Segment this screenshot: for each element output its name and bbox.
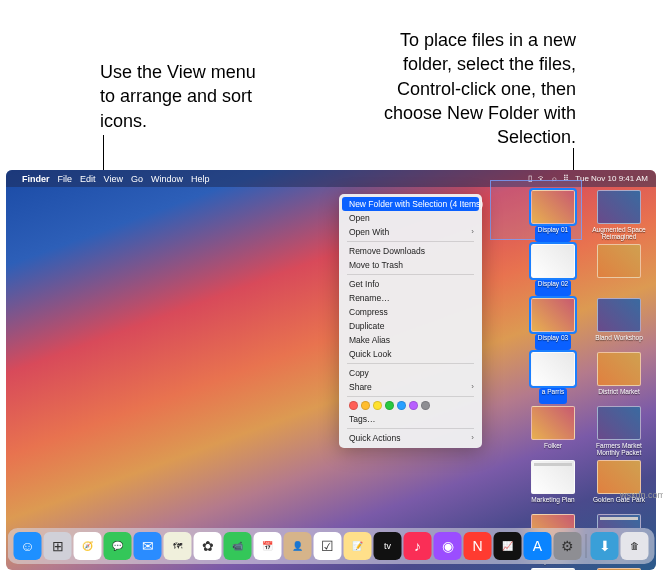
dock-news-icon[interactable]: N — [464, 532, 492, 560]
dock-preferences-icon[interactable]: ⚙ — [554, 532, 582, 560]
desktop-icon[interactable]: Marketing Plan — [522, 460, 584, 512]
status-datetime[interactable]: Tue Nov 10 9:41 AM — [575, 174, 648, 183]
desktop-icon[interactable]: Golden Gate Park — [588, 460, 650, 512]
chevron-right-icon: › — [471, 433, 474, 442]
cm-separator — [347, 274, 474, 275]
cm-copy[interactable]: Copy — [339, 366, 482, 380]
dock-reminders-icon[interactable]: ☑ — [314, 532, 342, 560]
menubar-app-name[interactable]: Finder — [22, 174, 50, 184]
desktop-icon[interactable]: Display 02 — [522, 244, 584, 296]
desktop-icon[interactable]: Light and Shadow — [588, 568, 650, 570]
tag-color-swatch[interactable] — [349, 401, 358, 410]
cm-tags[interactable]: Tags… — [339, 412, 482, 426]
cm-separator — [347, 241, 474, 242]
cm-quick-look[interactable]: Quick Look — [339, 347, 482, 361]
cm-separator — [347, 363, 474, 364]
desktop-icon[interactable]: Farmers Market Monthly Packet — [588, 406, 650, 458]
desktop-icon[interactable]: Folker — [522, 406, 584, 458]
desktop-icon-label: Bland Workshop — [595, 334, 643, 350]
file-thumbnail-icon — [597, 190, 641, 224]
file-thumbnail-icon — [597, 568, 641, 570]
dock-tv-icon[interactable]: tv — [374, 532, 402, 560]
desktop-icon-label: Display 02 — [535, 280, 571, 296]
context-menu: New Folder with Selection (4 Items) Open… — [339, 194, 482, 448]
dock-messages-icon[interactable]: 💬 — [104, 532, 132, 560]
dock-maps-icon[interactable]: 🗺 — [164, 532, 192, 560]
cm-compress[interactable]: Compress — [339, 305, 482, 319]
cm-quick-actions[interactable]: Quick Actions› — [339, 431, 482, 445]
dock-launchpad-icon[interactable]: ⊞ — [44, 532, 72, 560]
cm-remove-downloads[interactable]: Remove Downloads — [339, 244, 482, 258]
desktop-icon[interactable]: Rail Chasers — [522, 568, 584, 570]
dock-photos-icon[interactable]: ✿ — [194, 532, 222, 560]
desktop-icon[interactable]: a Parris — [522, 352, 584, 404]
cm-share[interactable]: Share› — [339, 380, 482, 394]
cm-duplicate[interactable]: Duplicate — [339, 319, 482, 333]
cm-new-folder-selection[interactable]: New Folder with Selection (4 Items) — [342, 197, 479, 211]
file-thumbnail-icon — [531, 298, 575, 332]
tag-color-swatch[interactable] — [373, 401, 382, 410]
cm-open-with[interactable]: Open With› — [339, 225, 482, 239]
desktop-icon-label: Folker — [544, 442, 562, 458]
file-thumbnail-icon — [531, 460, 575, 494]
file-thumbnail-icon — [531, 190, 575, 224]
dock-mail-icon[interactable]: ✉ — [134, 532, 162, 560]
tag-color-swatch[interactable] — [409, 401, 418, 410]
desktop-icon-label: Augmented Space Reimagined — [590, 226, 648, 242]
cm-separator — [347, 428, 474, 429]
tag-color-swatch[interactable] — [361, 401, 370, 410]
menu-view[interactable]: View — [104, 174, 123, 184]
dock-music-icon[interactable]: ♪ — [404, 532, 432, 560]
dock-podcasts-icon[interactable]: ◉ — [434, 532, 462, 560]
desktop-icon[interactable]: Display 03 — [522, 298, 584, 350]
cm-open[interactable]: Open — [339, 211, 482, 225]
desktop-icon-label: Display 01 — [535, 226, 571, 242]
cm-make-alias[interactable]: Make Alias — [339, 333, 482, 347]
desktop-icon-label: Display 03 — [535, 334, 571, 350]
watermark: wsxdn.com — [620, 490, 663, 500]
desktop-icon[interactable]: District Market — [588, 352, 650, 404]
callout-new-folder: To place files in a new folder, select t… — [346, 28, 576, 149]
dock-contacts-icon[interactable]: 👤 — [284, 532, 312, 560]
file-thumbnail-icon — [531, 244, 575, 278]
dock-trash-icon[interactable]: 🗑 — [621, 532, 649, 560]
cm-rename[interactable]: Rename… — [339, 291, 482, 305]
file-thumbnail-icon — [597, 460, 641, 494]
dock-finder-icon[interactable]: ☺ — [14, 532, 42, 560]
file-thumbnail-icon — [597, 298, 641, 332]
dock-safari-icon[interactable]: 🧭 — [74, 532, 102, 560]
file-thumbnail-icon — [597, 406, 641, 440]
cm-get-info[interactable]: Get Info — [339, 277, 482, 291]
menu-edit[interactable]: Edit — [80, 174, 96, 184]
callout-view-menu: Use the View menu to arrange and sort ic… — [100, 60, 270, 133]
dock-notes-icon[interactable]: 📝 — [344, 532, 372, 560]
menu-file[interactable]: File — [58, 174, 73, 184]
file-thumbnail-icon — [597, 244, 641, 278]
desktop-icon-label: Farmers Market Monthly Packet — [590, 442, 648, 458]
cm-separator — [347, 396, 474, 397]
callout-line-left — [103, 135, 104, 170]
tag-color-swatch[interactable] — [385, 401, 394, 410]
desktop-icon[interactable]: Augmented Space Reimagined — [588, 190, 650, 242]
desktop-icon-label: a Parris — [539, 388, 567, 404]
dock-appstore-icon[interactable]: A — [524, 532, 552, 560]
tag-color-swatch[interactable] — [421, 401, 430, 410]
menu-window[interactable]: Window — [151, 174, 183, 184]
cm-move-to-trash[interactable]: Move to Trash — [339, 258, 482, 272]
dock-stocks-icon[interactable]: 📈 — [494, 532, 522, 560]
dock-calendar-icon[interactable]: 📅 — [254, 532, 282, 560]
macos-desktop: Finder File Edit View Go Window Help ▯ ᯤ… — [6, 170, 656, 570]
dock-downloads-icon[interactable]: ⬇ — [591, 532, 619, 560]
desktop-icon-label: District Market — [598, 388, 640, 404]
dock-facetime-icon[interactable]: 📹 — [224, 532, 252, 560]
menu-go[interactable]: Go — [131, 174, 143, 184]
desktop-icon-label: Marketing Plan — [531, 496, 574, 512]
desktop-icon[interactable] — [588, 244, 650, 296]
chevron-right-icon: › — [471, 382, 474, 391]
file-thumbnail-icon — [531, 406, 575, 440]
tag-color-swatch[interactable] — [397, 401, 406, 410]
desktop-icon[interactable]: Display 01 — [522, 190, 584, 242]
desktop-icons-grid: Display 01Augmented Space ReimaginedDisp… — [522, 190, 650, 570]
desktop-icon[interactable]: Bland Workshop — [588, 298, 650, 350]
menu-help[interactable]: Help — [191, 174, 210, 184]
